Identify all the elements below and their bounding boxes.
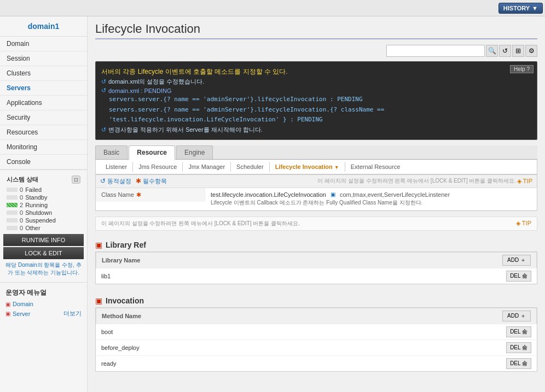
dynamic-setting-item[interactable]: ↺ 동적설정: [100, 177, 131, 185]
status-suspended: 0 Suspended: [3, 217, 84, 224]
required-item: ✱ 필수항목: [136, 177, 167, 185]
mcd-icon: ▣: [331, 191, 335, 197]
subtab-lifecycle-label: Lifecycle Invocation: [275, 163, 333, 170]
invocation-name-before-deploy: before_deploy: [101, 344, 506, 351]
lock-edit-button[interactable]: LOCK & EDIT: [3, 247, 84, 259]
sidebar-item-security[interactable]: Security: [0, 110, 87, 125]
class-name-panel: ↺ 동적설정 ✱ 필수항목 이 페이지의 설정을 수정하려면 왼쪽 메뉴에서 […: [95, 174, 537, 211]
status-running: 2 Running: [3, 201, 84, 209]
history-label: HISTORY: [503, 5, 530, 11]
grid-button[interactable]: ⊞: [512, 45, 524, 57]
subtab-external[interactable]: External Resource: [345, 162, 406, 172]
subtab-jmx[interactable]: Jmx Manager: [183, 162, 231, 172]
library-add-button[interactable]: ADD ＋: [502, 255, 531, 266]
refresh-icon-3: ↺: [101, 126, 106, 133]
info-pending-line: ↺ domain.xml : PENDING: [101, 87, 531, 94]
subtab-lifecycle-arrow-icon: ▼: [334, 165, 339, 170]
invocation-row-ready: ready DEL 侖: [96, 355, 537, 371]
library-ref-header: ▣ Library Ref: [95, 236, 537, 251]
help-button[interactable]: Help ?: [510, 65, 534, 73]
search-button[interactable]: 🔍: [486, 45, 498, 57]
invocation-col-name: Method Name: [102, 313, 502, 319]
sidebar-item-clusters[interactable]: Clusters: [0, 66, 87, 81]
sidebar-item-domain[interactable]: Domain: [0, 37, 87, 51]
sidebar-item-session[interactable]: Session: [0, 51, 87, 66]
invocation-del-btn-0[interactable]: DEL 侖: [506, 326, 531, 337]
library-del-btn-0[interactable]: DEL 侖: [506, 271, 531, 282]
ops-more-link[interactable]: 더보기: [63, 309, 82, 318]
ops-section: 운영자 메뉴얼 ▣ Domain ▣ Server 더보기: [0, 282, 87, 322]
invocation-row-before-deploy: before_deploy DEL 侖: [96, 340, 537, 355]
history-button[interactable]: HISTORY ▼: [498, 3, 543, 14]
sidebar-item-resources[interactable]: Resources: [0, 125, 87, 140]
notice-tip-icon: ◈ TIP: [516, 220, 531, 227]
info-title-text: 서버의 각종 Lifecycle 이벤트에 호출할 메소드를 지정할 수 있다.: [101, 67, 288, 77]
sidebar-item-monitoring[interactable]: Monitoring: [0, 140, 87, 155]
search-input[interactable]: [386, 45, 485, 57]
tab-engine[interactable]: Engine: [176, 145, 213, 159]
info-pending-text: domain.xml : PENDING: [108, 87, 172, 94]
status-standby: 0 Standby: [3, 194, 84, 201]
shutdown-bar: [7, 210, 18, 215]
class-name-label: Class Name ✱: [96, 188, 205, 202]
tip-icon: ◈ TIP: [517, 178, 532, 185]
failed-bar: [7, 188, 18, 192]
sidebar-item-servers[interactable]: Servers: [0, 81, 87, 96]
running-label: Running: [25, 202, 48, 208]
class-name-text: test.lifecycle.invocation.LifeCycleInvoc…: [211, 191, 326, 198]
subtab-scheduler[interactable]: Scheduler: [231, 162, 270, 172]
info-restart-line: ↺ 변경사항을 적용하기 위해서 Server를 재시작해야 합니다.: [101, 126, 531, 134]
tab-basic[interactable]: Basic: [95, 145, 127, 159]
refresh-button[interactable]: ↺: [499, 45, 511, 57]
class-name-label-text: Class Name: [101, 191, 134, 198]
invocation-section: ▣ Invocation Method Name ADD ＋ boot DEL …: [95, 292, 537, 372]
invocation-row-boot: boot DEL 侖: [96, 324, 537, 340]
class-description: Lifecycle 이벤트의 Callback 메소드가 존재하는 Fully …: [211, 199, 422, 207]
suspended-label: Suspended: [25, 217, 56, 224]
sidebar-domain[interactable]: domain1: [0, 16, 87, 37]
standby-label: Standby: [25, 194, 47, 201]
library-add-btn[interactable]: ADD ＋: [502, 255, 531, 266]
class-name-value: test.lifecycle.invocation.LifeCycleInvoc…: [205, 188, 537, 210]
library-name-lib1: lib1: [101, 273, 506, 279]
subtab-jms[interactable]: Jms Resource: [133, 162, 183, 172]
info-title-line: 서버의 각종 Lifecycle 이벤트에 호출할 메소드를 지정할 수 있다.: [101, 67, 531, 77]
info-restart-text: 변경사항을 적용하기 위해서 Server를 재시작해야 합니다.: [108, 126, 263, 134]
code-line-1: servers.server.{? name == 'adminServer'}…: [109, 95, 531, 104]
invocation-header: ▣ Invocation: [95, 292, 537, 307]
subtab-bar: Listener Jms Resource Jmx Manager Schedu…: [95, 160, 537, 174]
invocation-del-btn-1[interactable]: DEL 侖: [506, 342, 531, 353]
settings-button[interactable]: ⚙: [525, 45, 537, 57]
ops-server-link[interactable]: Server: [13, 311, 30, 317]
shutdown-label: Shutdown: [25, 209, 52, 216]
status-toggle-button[interactable]: □: [72, 175, 80, 184]
required-icon: ✱: [136, 177, 141, 185]
panel-toolbar: ↺ 동적설정 ✱ 필수항목 이 페이지의 설정을 수정하려면 왼쪽 메뉴에서 […: [96, 175, 537, 188]
invocation-add-btn[interactable]: ADD ＋: [502, 311, 531, 321]
standby-count: 0: [20, 194, 23, 201]
tab-resource[interactable]: Resource: [129, 145, 175, 160]
runtime-info-button[interactable]: RUNTIME INFO: [3, 234, 84, 246]
invocation-name-ready: ready: [101, 360, 506, 367]
content-area: Lifecycle Invocation 🔍 ↺ ⊞ ⚙ Help ? 서버의 …: [88, 16, 545, 392]
refresh-icon-1: ↺: [101, 78, 106, 85]
ops-title: 운영자 메뉴얼: [3, 286, 84, 300]
invocation-del-btn-2[interactable]: DEL 侖: [506, 358, 531, 369]
required-label: 필수항목: [143, 177, 167, 185]
subtab-listener[interactable]: Listener: [100, 162, 133, 172]
refresh-icon-2: ↺: [101, 87, 106, 94]
other-bar: [7, 226, 18, 230]
sidebar-item-applications[interactable]: Applications: [0, 96, 87, 110]
subtab-lifecycle[interactable]: Lifecycle Invocation ▼: [270, 162, 345, 172]
class-required-icon: ✱: [136, 191, 141, 198]
status-other: 0 Other: [3, 224, 84, 232]
ops-server-icon: ▣: [5, 311, 10, 317]
invocation-name-boot: boot: [101, 329, 506, 335]
notice-text: 이 페이지의 설정을 수정하려면 왼쪽 메뉴에서 [LOCK & EDIT] 버…: [101, 220, 300, 227]
notice-row: 이 페이지의 설정을 수정하려면 왼쪽 메뉴에서 [LOCK & EDIT] 버…: [95, 217, 537, 231]
page-title: Lifecycle Invocation: [95, 22, 537, 39]
sidebar-item-console[interactable]: Console: [0, 155, 87, 169]
ops-domain-link[interactable]: Domain: [13, 301, 33, 307]
other-label: Other: [25, 225, 40, 231]
main-layout: domain1 Domain Session Clusters Servers …: [0, 16, 545, 392]
